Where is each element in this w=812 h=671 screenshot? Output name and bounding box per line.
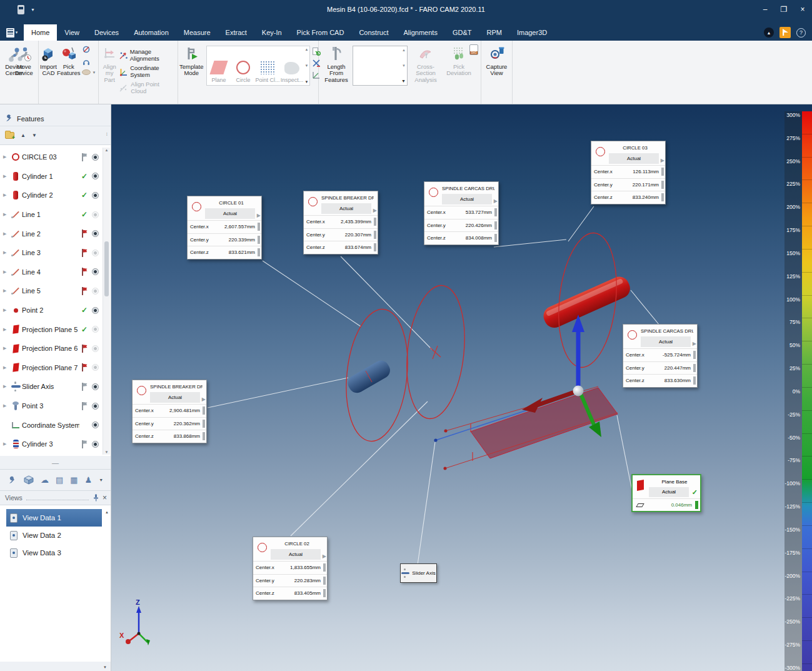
quick-access-dropdown-icon[interactable]: ▼ (31, 8, 35, 12)
report-document-icon[interactable] (469, 44, 478, 55)
tab-pick-from-cad[interactable]: Pick From CAD (289, 24, 352, 41)
feature-row-slider-axis[interactable]: ▶Slider Axis (0, 377, 111, 396)
views-scroll-down-icon[interactable]: ▼ (103, 665, 107, 669)
expander-icon[interactable]: ▶ (3, 288, 9, 293)
measure-inspect-button[interactable]: Inspect... (280, 46, 304, 85)
views-scroll-up-icon[interactable]: ▲ (105, 510, 109, 514)
feature-row-projection-plane-6[interactable]: ▶Projection Plane 6 (0, 339, 111, 358)
surface-pad-icon[interactable] (82, 69, 91, 75)
measure-point-cloud-button[interactable]: Point Cl... (256, 46, 280, 85)
pick-features-button[interactable]: Pick Features (57, 43, 80, 77)
help-icon[interactable]: ? (796, 28, 806, 38)
callout-circle01[interactable]: CIRCLE 01Actual▶Center.x2,607.557mmCente… (187, 196, 262, 260)
expander-icon[interactable]: ▶ (3, 154, 9, 159)
template-mode-button[interactable]: Template Mode (179, 43, 204, 77)
features-scrollbar[interactable]: ▲ ▼ (103, 148, 110, 455)
surface-pad-dropdown-icon[interactable]: ▼ (92, 71, 96, 74)
feature-row-projection-plane-5[interactable]: ▶Projection Plane 5✓ (0, 320, 111, 339)
headset-icon[interactable] (82, 58, 91, 66)
length-from-features-button[interactable]: Length From Features (320, 43, 353, 83)
visibility-eye-icon[interactable] (92, 230, 99, 237)
close-button[interactable]: × (793, 0, 812, 19)
feature-row-line-2[interactable]: ▶Line 2 (0, 224, 111, 243)
probe-compensation-icon[interactable] (82, 46, 91, 54)
analysis-scroll-down-icon[interactable]: ▼ (402, 64, 406, 68)
tab-key-in[interactable]: Key-In (254, 24, 289, 41)
measure-circle-button[interactable]: Circle (231, 46, 256, 85)
expand-arrow-icon[interactable]: ▶ (202, 394, 206, 405)
panel-splitter[interactable]: — (0, 456, 111, 470)
wrench-icon[interactable] (8, 475, 17, 485)
callout-plane-base[interactable]: Plane Base Actual ✓ 0.046mm (631, 474, 701, 512)
visibility-eye-icon[interactable] (92, 192, 99, 199)
analysis-selector-dropdown[interactable]: ▲ ▼ ▼ (353, 46, 408, 86)
expander-icon[interactable]: ▶ (3, 250, 9, 255)
align-my-part-button[interactable]: Align my Part (100, 43, 119, 83)
expand-arrow-icon[interactable]: ▶ (661, 155, 664, 166)
new-group-folder-icon[interactable] (5, 132, 14, 139)
view-item-view-data-1[interactable]: View Data 1 (6, 509, 102, 527)
feature-row-line-3[interactable]: ▶Line 3 (0, 243, 111, 263)
pin-icon[interactable] (93, 494, 99, 502)
callout-breaker-top[interactable]: SPINDLE BREAKER DR...Actual▶Center.x2,43… (303, 191, 378, 255)
scroll-up-icon[interactable]: ▲ (105, 148, 109, 152)
feature-row-line-5[interactable]: ▶Line 5 (0, 281, 111, 301)
feature-row-projection-plane-7[interactable]: ▶Projection Plane 7 (0, 358, 111, 378)
visibility-eye-icon[interactable] (92, 326, 99, 333)
callout-carcas-top[interactable]: SPINDLE CARCAS DRU...Actual▶Center.x533.… (424, 181, 499, 245)
feature-row-point-2[interactable]: ▶Point 2✓ (0, 301, 111, 320)
move-down-icon[interactable]: ▼ (32, 133, 37, 138)
probe-icon[interactable]: ♟ (85, 475, 93, 485)
visibility-eye-icon[interactable] (92, 288, 99, 295)
analysis-scroll-up-icon[interactable]: ▲ (402, 48, 406, 52)
expand-arrow-icon[interactable]: ▶ (494, 196, 498, 206)
tab-alignments[interactable]: Alignments (396, 24, 444, 41)
feature-row-cylinder-2[interactable]: ▶Cylinder 2✓ (0, 186, 111, 205)
expander-icon[interactable]: ▶ (3, 403, 9, 408)
expander-icon[interactable]: ▶ (3, 384, 9, 389)
collapse-ribbon-icon[interactable]: ▲ (764, 28, 774, 38)
tab-measure[interactable]: Measure (176, 24, 218, 41)
tab-view[interactable]: View (57, 24, 87, 41)
slider-axis-label[interactable]: Slider Axis (400, 563, 437, 583)
visibility-eye-icon[interactable] (92, 421, 99, 428)
toolbar-more-icon[interactable]: ▼ (99, 478, 103, 482)
move-device-button[interactable]: Move Device (11, 43, 38, 77)
expander-icon[interactable]: ▶ (3, 212, 9, 217)
expand-arrow-icon[interactable]: ▶ (323, 551, 326, 562)
notebook-icon[interactable]: ▤ (56, 475, 63, 485)
image-frame-icon[interactable]: ▦ (70, 475, 78, 485)
scroll-down-icon[interactable]: ▼ (105, 450, 109, 454)
expander-icon[interactable]: ▶ (3, 193, 9, 198)
callout-carcas-right[interactable]: SPINDLE CARCAS DRU...Actual▶Center.x-525… (623, 324, 698, 388)
expand-arrow-icon[interactable]: ▶ (373, 205, 377, 216)
expander-icon[interactable]: ▶ (3, 270, 9, 275)
feature-row-cylinder-1[interactable]: ▶Cylinder 1✓ (0, 167, 111, 186)
tab-automation[interactable]: Automation (126, 24, 176, 41)
coordinate-system-button[interactable]: Coordinate System (119, 64, 176, 78)
view-item-view-data-2[interactable]: View Data 2 (6, 527, 102, 544)
quick-access-toolbar[interactable]: ▼ (0, 5, 35, 14)
cross-section-analysis-button[interactable]: Cross-Section Analysis (408, 43, 444, 83)
visibility-eye-icon[interactable] (92, 345, 99, 352)
visibility-eye-icon[interactable] (92, 307, 99, 314)
view-item-view-data-3[interactable]: View Data 3 (6, 544, 102, 562)
cloud-icon[interactable]: ☁ (41, 475, 49, 485)
feature-row-circle-03[interactable]: ▶CIRCLE 03 (0, 148, 111, 167)
visibility-eye-icon[interactable] (92, 173, 99, 179)
3d-viewport[interactable]: Z X CIRCLE 01Actual▶Center.x2,607.557mmC… (111, 104, 812, 671)
visibility-eye-icon[interactable] (92, 383, 99, 390)
capture-view-button[interactable]: Capture View (483, 43, 511, 77)
minimize-button[interactable]: – (756, 0, 774, 19)
gallery-expand-icon[interactable]: ▼ (305, 80, 309, 84)
visibility-eye-icon[interactable] (92, 211, 99, 218)
callout-circle02[interactable]: CIRCLE 02Actual▶Center.x1,833.655mmCente… (253, 537, 328, 600)
tab-rpm[interactable]: RPM (479, 24, 509, 41)
tab-gd-t[interactable]: GD&T (445, 24, 479, 41)
visibility-eye-icon[interactable] (92, 403, 99, 410)
move-up-icon[interactable]: ▲ (21, 133, 26, 138)
callout-circle03[interactable]: CIRCLE 03Actual▶Center.x126.113mmCenter.… (591, 141, 666, 204)
feature-row-cylinder-3[interactable]: ▶Cylinder 3 (0, 435, 111, 454)
maximize-button[interactable]: ❐ (774, 0, 793, 19)
feature-row-coordinate-system-1[interactable]: Coordinate System 1 (0, 415, 111, 435)
